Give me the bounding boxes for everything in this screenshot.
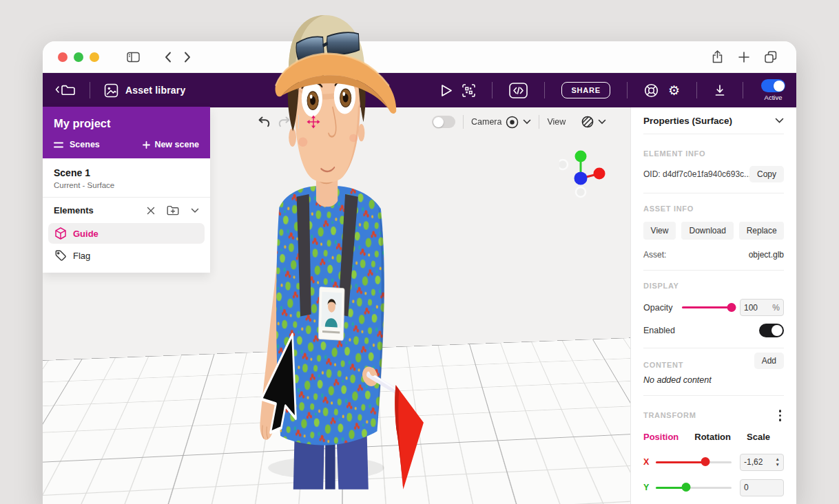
tag-icon (55, 250, 66, 261)
help-ring-icon[interactable] (644, 83, 659, 98)
scenes-button[interactable]: Scenes (54, 140, 100, 149)
forward-icon[interactable] (184, 52, 191, 63)
scene-name: Scene 1 (54, 167, 199, 178)
play-icon[interactable] (441, 84, 453, 97)
view-label: View (547, 117, 566, 127)
axis-gizmo[interactable] (559, 142, 609, 204)
plus-icon (143, 141, 150, 149)
element-item-flag[interactable]: Flag (48, 245, 205, 266)
share-button[interactable]: SHARE (561, 82, 610, 98)
download-asset-button[interactable]: Download (681, 222, 734, 240)
divider (643, 270, 784, 271)
close-window-button[interactable] (58, 52, 68, 62)
chevron-down-icon[interactable] (523, 119, 531, 125)
minimize-window-button[interactable] (90, 52, 99, 62)
maximize-window-button[interactable] (74, 52, 83, 62)
scene-status: Current - Surface (54, 181, 199, 189)
add-content-button[interactable]: Add (754, 353, 784, 369)
browser-chrome (43, 41, 796, 73)
cube-3d-icon (55, 227, 66, 240)
y-position-slider[interactable] (656, 487, 732, 489)
back-icon[interactable] (165, 52, 172, 63)
redo-icon[interactable] (278, 116, 291, 128)
active-toggle-label: Active (765, 94, 783, 101)
app-toolbar: Asset library (43, 73, 796, 107)
share-up-icon[interactable] (712, 50, 723, 63)
asset-filename: object.glb (749, 250, 784, 260)
viewport-toggle[interactable] (432, 116, 455, 128)
sidebar-toggle-icon[interactable] (127, 52, 140, 63)
enabled-toggle[interactable] (759, 324, 784, 337)
image-icon (104, 83, 118, 98)
window-controls (58, 52, 99, 62)
close-icon[interactable] (147, 207, 155, 215)
element-item-label: Flag (73, 251, 90, 261)
code-embed-icon[interactable] (509, 83, 528, 98)
active-toggle[interactable] (761, 79, 785, 92)
browser-window: Asset library (43, 41, 796, 504)
tabs-icon[interactable] (765, 51, 777, 63)
divider (643, 395, 784, 396)
properties-panel: Properties (Surface) ELEMENT INFO OID: d… (630, 107, 796, 504)
toolbar-divider (544, 82, 545, 98)
camera-label: Camera (471, 117, 501, 127)
copy-button[interactable]: Copy (749, 166, 784, 182)
tab-scale[interactable]: Scale (747, 432, 770, 442)
asset-info-heading: ASSET INFO (643, 204, 784, 213)
settings-gear-icon[interactable]: ⚙ (668, 84, 680, 97)
new-scene-button[interactable]: New scene (143, 140, 199, 149)
chevron-down-icon[interactable] (598, 119, 606, 125)
toolbar-divider (492, 82, 493, 98)
viewport-toolbar: Camera View (258, 115, 606, 129)
chevron-down-icon[interactable] (191, 208, 199, 213)
divider (643, 348, 784, 348)
toolbar-divider (627, 82, 628, 98)
tab-rotation[interactable]: Rotation (694, 432, 731, 442)
project-sidebar: My project Scenes New scene Scene 1 Curr… (43, 107, 210, 273)
grid-floor (43, 327, 630, 504)
transform-menu-kebab-icon[interactable] (776, 408, 785, 423)
view-asset-button[interactable]: View (643, 222, 676, 240)
undo-icon[interactable] (258, 116, 271, 128)
plus-icon[interactable] (738, 52, 749, 63)
folder-back-icon[interactable] (55, 84, 76, 96)
toolbar-divider (463, 115, 464, 129)
opacity-value-box[interactable]: 100 % (740, 299, 784, 316)
x-value-box[interactable]: -1,62 ▲▼ (740, 454, 784, 471)
toolbar-divider (90, 82, 90, 98)
element-info-heading: ELEMENT INFO (643, 149, 784, 158)
desktop-background: Asset library (0, 0, 839, 504)
toolbar-divider (743, 82, 743, 98)
y-axis-label: Y (643, 483, 654, 492)
y-value-box[interactable]: 0 (740, 479, 784, 496)
transform-heading: TRANSFORM (643, 411, 696, 419)
folder-add-icon[interactable] (167, 205, 179, 216)
download-icon[interactable] (714, 84, 726, 97)
tab-position[interactable]: Position (643, 432, 679, 442)
opacity-label: Opacity (643, 303, 681, 313)
stepper-arrows-icon[interactable]: ▲▼ (776, 457, 780, 467)
project-title: My project (54, 117, 199, 130)
oid-value: OID: d4df7c0e1fa940c693c... (643, 169, 749, 179)
scene-list-item[interactable]: Scene 1 Current - Surface (43, 158, 210, 198)
asset-label: Asset: (643, 250, 666, 260)
properties-title: Properties (Surface) (643, 116, 732, 126)
x-axis-label: X (643, 457, 654, 467)
element-item-guide[interactable]: Guide (48, 223, 205, 244)
qr-scan-icon[interactable] (462, 84, 475, 97)
scenes-list-icon (54, 142, 63, 148)
elements-heading: Elements (54, 205, 94, 216)
record-icon[interactable] (506, 116, 519, 129)
opacity-slider[interactable] (682, 306, 732, 308)
move-tool-icon[interactable] (307, 115, 320, 129)
chevron-down-icon[interactable] (775, 118, 784, 123)
toolbar-divider (298, 115, 299, 129)
replace-asset-button[interactable]: Replace (739, 222, 784, 240)
enabled-label: Enabled (643, 326, 681, 335)
toolbar-divider (539, 115, 539, 129)
x-position-slider[interactable] (656, 461, 732, 463)
globe-view-icon[interactable] (581, 115, 594, 129)
element-item-label: Guide (73, 229, 99, 239)
toolbar-divider (696, 82, 697, 98)
page-title: Asset library (125, 85, 185, 96)
